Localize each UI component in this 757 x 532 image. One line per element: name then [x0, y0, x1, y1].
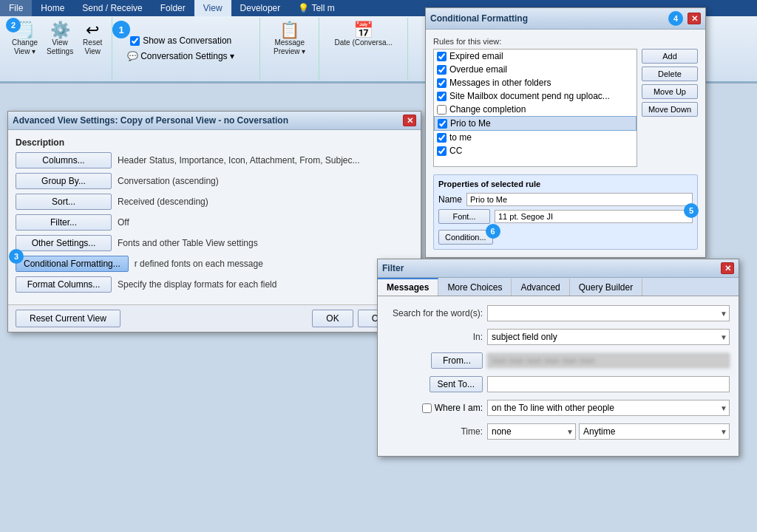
reset-view-button[interactable]: ↩ ResetView [79, 21, 106, 58]
cf-check-cc[interactable] [437, 146, 447, 156]
reset-view-icon: ↩ [86, 22, 99, 38]
filter-titlebar: Filter ✕ [378, 259, 739, 278]
avs-row-other: Other Settings... Fonts and other Table … [16, 235, 413, 251]
filter-in-select[interactable]: subject field only subject field and mes… [487, 329, 730, 345]
filter-time-wrapper: none received sent due expires created m… [487, 423, 576, 440]
cf-item-site-mailbox[interactable]: Site Mailbox document pend ng uploac... [434, 89, 637, 103]
cf-movedown-button[interactable]: Move Down [642, 102, 698, 117]
cf-moveup-button[interactable]: Move Up [642, 84, 698, 99]
cf-name-row: Name [438, 193, 693, 206]
avs-cf-value: r defined fonts on each message [135, 259, 342, 269]
cf-delete-button[interactable]: Delete [642, 66, 698, 81]
cf-add-button[interactable]: Add [642, 49, 698, 64]
cf-check-site-mailbox[interactable] [437, 92, 447, 101]
filter-time-select[interactable]: none received sent due expires created m… [487, 423, 576, 440]
avs-window: Advanced View Settings: Copy of Personal… [7, 111, 421, 332]
cf-font-display: 11 pt. Segoe JI [495, 210, 693, 223]
avs-ok-button[interactable]: OK [312, 310, 353, 327]
filter-where-row: Where I am: on the To line with other pe… [387, 400, 730, 416]
avs-other-button[interactable]: Other Settings... [16, 235, 112, 251]
cf-font-button[interactable]: Font... [438, 209, 490, 224]
avs-filter-button[interactable]: Filter... [16, 214, 112, 231]
badge-1: 1 [112, 21, 130, 38]
filter-time-row: Time: none received sent due expires cre… [387, 423, 730, 440]
tab-advanced[interactable]: Advanced [512, 278, 569, 296]
conversation-settings-icon: 💬 [127, 51, 138, 61]
filter-window: Filter ✕ Messages More Choices Advanced … [377, 259, 739, 457]
avs-row-filter: Filter... Off [16, 214, 413, 231]
filter-time-label: Time: [387, 426, 483, 437]
date-button[interactable]: 📅 Date (Conversa... [331, 21, 395, 49]
cf-check-to-me[interactable] [437, 133, 447, 143]
cf-item-change-completion[interactable]: Change completion [434, 103, 637, 116]
menu-tell[interactable]: 💡 Tell m [289, 0, 343, 16]
filter-close-button[interactable]: ✕ [721, 262, 734, 274]
cf-rules-label: Rules for this view: [433, 37, 698, 46]
menu-home[interactable]: Home [32, 0, 73, 16]
avs-groupby-button[interactable]: Group By... [16, 173, 112, 189]
avs-other-value: Fonts and other Table View settings [118, 238, 325, 248]
cf-properties: Properties of selected rule Name Font...… [433, 174, 698, 250]
cf-check-expired[interactable] [437, 52, 447, 61]
date-label: Date (Conversa... [334, 38, 392, 47]
filter-where-checkbox[interactable] [422, 403, 432, 413]
filter-anytime-select[interactable]: Anytime yesterday today this week last w… [579, 423, 730, 440]
view-settings-icon: ⚙️ [50, 22, 70, 38]
tab-more-choices[interactable]: More Choices [438, 278, 512, 296]
avs-sort-button[interactable]: Sort... [16, 194, 112, 210]
cf-props-label: Properties of selected rule [438, 180, 693, 188]
filter-where-select[interactable]: on the To line with other people the onl… [487, 400, 730, 416]
cf-condition-button[interactable]: Condition... [438, 230, 493, 245]
show-conversation-checkbox[interactable] [130, 36, 140, 46]
avs-reset-button[interactable]: Reset Current View [16, 310, 120, 327]
ribbon-group-conversation: 1 Show as Conversation 💬 Conversation Se… [112, 18, 260, 80]
avs-format-button[interactable]: Format Columns... [16, 276, 112, 293]
cf-item-prio[interactable]: Prio to Me [434, 116, 637, 131]
view-settings-button[interactable]: ⚙️ ViewSettings [44, 21, 76, 58]
filter-body: Search for the word(s): ▼ In: subject fi… [378, 296, 739, 456]
cf-check-overdue[interactable] [437, 65, 447, 75]
menu-folder[interactable]: Folder [152, 0, 194, 16]
avs-row-sort: Sort... Received (descending) [16, 194, 413, 210]
message-preview-button[interactable]: 📋 MessagePreview ▾ [271, 21, 308, 58]
cf-item-to-me[interactable]: to me [434, 131, 637, 144]
menu-send-receive[interactable]: Send / Receive [73, 0, 151, 16]
avs-columns-button[interactable]: Columns... [16, 152, 112, 168]
cf-item-overdue[interactable]: Overdue email [434, 63, 637, 76]
cf-title: Conditional Formatting [430, 13, 528, 24]
menu-file[interactable]: File [0, 0, 32, 16]
cf-check-prio[interactable] [438, 119, 447, 129]
conversation-settings-button[interactable]: 💬 Conversation Settings ▾ [124, 50, 237, 63]
date-icon: 📅 [353, 22, 373, 38]
cf-rules-list: Expired email Overdue email Messages in … [433, 49, 637, 167]
show-conversation-label: Show as Conversation [143, 35, 231, 46]
tab-query-builder[interactable]: Query Builder [570, 278, 642, 296]
cf-check-other-folders[interactable] [437, 78, 447, 88]
avs-groupby-value: Conversation (ascending) [118, 176, 325, 186]
filter-search-label: Search for the word(s): [387, 308, 483, 318]
cf-item-cc[interactable]: CC [434, 144, 637, 157]
filter-search-row: Search for the word(s): ▼ [387, 305, 730, 321]
cf-item-expired[interactable]: Expired email [434, 50, 637, 63]
cf-item-other-folders[interactable]: Messages in other folders [434, 76, 637, 89]
avs-content: Description Columns... Header Status, Im… [8, 130, 421, 304]
avs-cf-button[interactable]: 3 Conditional Formatting... [16, 256, 129, 272]
avs-format-value: Specify the display formats for each fie… [118, 279, 325, 290]
filter-in-wrapper: subject field only subject field and mes… [487, 329, 730, 345]
cf-close-button[interactable]: ✕ [688, 13, 701, 24]
tab-messages[interactable]: Messages [378, 278, 438, 296]
cf-check-change-completion[interactable] [437, 105, 447, 115]
filter-from-button[interactable]: From... [431, 352, 483, 369]
ribbon-group-view: 2 🗒️ ChangeView ▾ ⚙️ ViewSettings ↩ Rese… [3, 18, 112, 80]
filter-search-input[interactable] [487, 305, 730, 321]
change-view-button[interactable]: 2 🗒️ ChangeView ▾ [9, 21, 41, 58]
avs-description-label: Description [16, 137, 413, 148]
cf-name-input[interactable] [466, 193, 693, 206]
filter-sent-to-button[interactable]: Sent To... [430, 376, 483, 392]
view-settings-label: ViewSettings [47, 38, 73, 56]
filter-sent-to-input[interactable] [487, 376, 730, 392]
menu-developer[interactable]: Developer [231, 0, 290, 16]
menu-view[interactable]: View [194, 0, 231, 16]
avs-close-button[interactable]: ✕ [403, 115, 416, 126]
avs-row-groupby: Group By... Conversation (ascending) [16, 173, 413, 189]
